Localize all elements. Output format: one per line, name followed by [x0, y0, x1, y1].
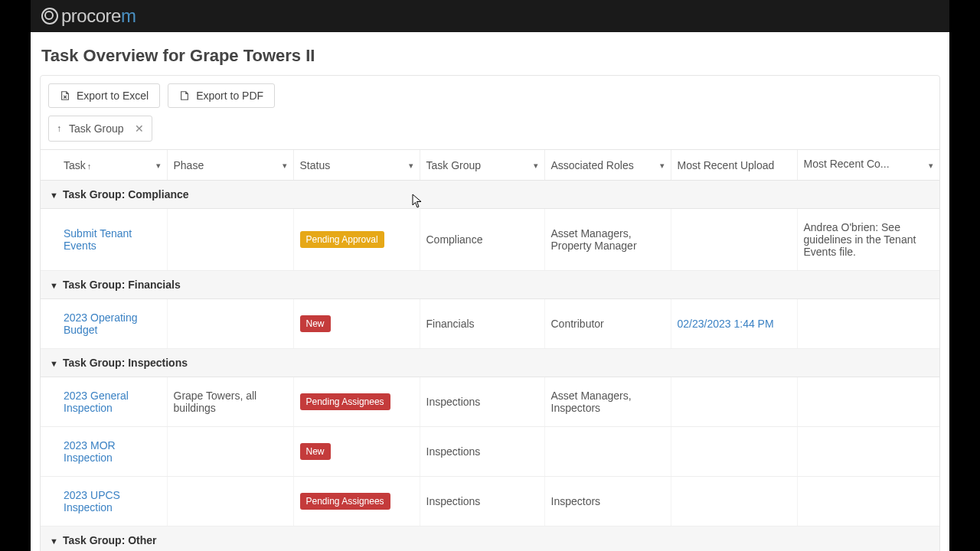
- cell-phase: [167, 427, 293, 477]
- group-title: Task Group: Inspections: [63, 357, 188, 369]
- export-toolbar: Export to Excel Export to PDF: [41, 76, 939, 116]
- export-pdf-icon: [179, 90, 190, 101]
- group-title: Task Group: Financials: [63, 279, 181, 291]
- group-row[interactable]: ▼Task Group: Compliance: [41, 181, 939, 209]
- column-header-task[interactable]: Task↑ ▾: [41, 150, 167, 181]
- column-header-task-label: Task: [64, 159, 86, 171]
- cell-phase: [167, 477, 293, 527]
- sort-asc-icon: ↑: [57, 123, 61, 134]
- close-icon[interactable]: ✕: [135, 122, 144, 135]
- export-excel-icon: [60, 90, 70, 101]
- cell-task-group: Inspections: [420, 377, 544, 427]
- export-excel-label: Export to Excel: [77, 90, 149, 102]
- group-chip-task-group[interactable]: ↑ Task Group ✕: [48, 116, 152, 142]
- cell-status: Pending Assignees: [293, 477, 420, 527]
- cell-task-group: Inspections: [420, 477, 544, 527]
- column-header-status-label: Status: [300, 159, 331, 171]
- chevron-down-icon: ▼: [50, 281, 58, 290]
- column-header-upload[interactable]: Most Recent Upload: [671, 150, 797, 181]
- table-row: 2023 Operating BudgetNewFinancialsContri…: [41, 299, 939, 349]
- column-header-status[interactable]: Status ▾: [293, 150, 420, 181]
- group-chip-label: Task Group: [69, 122, 124, 135]
- task-link[interactable]: Submit Tenant Events: [64, 227, 132, 252]
- status-badge: Pending Assignees: [300, 393, 390, 410]
- cell-upload: [671, 377, 797, 427]
- cell-status: Pending Approval: [293, 209, 420, 271]
- cell-upload: [671, 427, 797, 477]
- cell-roles: Inspectors: [544, 477, 671, 527]
- cell-status: Pending Assignees: [293, 377, 420, 427]
- export-pdf-button[interactable]: Export to PDF: [168, 83, 275, 108]
- task-link[interactable]: 2023 MOR Inspection: [64, 439, 116, 464]
- chevron-down-icon: ▼: [50, 191, 58, 200]
- group-title: Task Group: Compliance: [63, 188, 189, 201]
- table-row: 2023 MOR InspectionNewInspections: [41, 427, 939, 477]
- task-link[interactable]: 2023 Operating Budget: [64, 311, 138, 336]
- status-badge: Pending Assignees: [300, 493, 390, 510]
- sort-asc-icon: ↑: [87, 161, 92, 171]
- cell-phase: Grape Towers, all buildings: [167, 377, 293, 427]
- cell-roles: [544, 427, 671, 477]
- cell-phase: [167, 209, 293, 271]
- cell-comment: [797, 477, 939, 527]
- cell-upload: [671, 209, 797, 271]
- top-bar: procorem: [31, 0, 949, 32]
- column-header-task-group[interactable]: Task Group ▾: [420, 150, 544, 181]
- task-link[interactable]: 2023 UPCS Inspection: [64, 489, 120, 514]
- cell-upload: 02/23/2023 1:44 PM: [671, 299, 797, 349]
- status-badge: Pending Approval: [300, 231, 384, 248]
- cell-task-group: Financials: [420, 299, 544, 349]
- table-row: Submit Tenant EventsPending ApprovalComp…: [41, 209, 939, 271]
- filter-icon[interactable]: ▾: [409, 160, 413, 170]
- table-row: 2023 UPCS InspectionPending AssigneesIns…: [41, 477, 939, 527]
- cell-status: New: [293, 299, 420, 349]
- task-link[interactable]: 2023 General Inspection: [64, 390, 129, 414]
- cell-comment: Andrea O'brien: See guidelines in the Te…: [797, 209, 939, 271]
- group-row[interactable]: ▼Task Group: Inspections: [41, 349, 939, 377]
- cell-roles: Contributor: [544, 299, 671, 349]
- cell-upload: [671, 477, 797, 527]
- export-pdf-label: Export to PDF: [196, 90, 263, 102]
- cell-comment: [797, 299, 939, 349]
- cell-comment: [797, 427, 939, 477]
- filter-icon[interactable]: ▾: [660, 160, 665, 170]
- status-badge: New: [300, 315, 331, 332]
- task-grid-panel: Export to Excel Export to PDF ↑ Task Gro…: [40, 75, 940, 551]
- brand-logo[interactable]: procorem: [41, 5, 136, 27]
- filter-icon[interactable]: ▾: [156, 160, 161, 170]
- column-header-roles[interactable]: Associated Roles ▾: [544, 150, 671, 181]
- grouping-row: ↑ Task Group ✕: [41, 116, 939, 149]
- cell-status: New: [293, 427, 420, 477]
- cell-phase: [167, 299, 293, 349]
- group-row[interactable]: ▼Task Group: Financials: [41, 271, 939, 299]
- cell-task-group: Inspections: [420, 427, 544, 477]
- column-header-task-group-label: Task Group: [426, 159, 482, 171]
- status-badge: New: [300, 443, 331, 460]
- logo-mark-icon: [41, 8, 58, 24]
- column-header-phase[interactable]: Phase ▾: [167, 150, 293, 181]
- filter-icon[interactable]: ▾: [283, 160, 287, 170]
- table-row: 2023 General InspectionGrape Towers, all…: [41, 377, 939, 427]
- chevron-down-icon: ▼: [50, 536, 58, 546]
- upload-link[interactable]: 02/23/2023 1:44 PM: [678, 318, 774, 330]
- export-excel-button[interactable]: Export to Excel: [48, 83, 160, 108]
- page-title: Task Overview for Grape Towers II: [31, 32, 949, 75]
- cell-task-group: Compliance: [420, 209, 544, 271]
- chevron-down-icon: ▼: [50, 359, 58, 368]
- cell-comment: [797, 377, 939, 427]
- column-header-phase-label: Phase: [174, 159, 204, 171]
- column-header-roles-label: Associated Roles: [551, 159, 634, 171]
- filter-icon[interactable]: ▾: [534, 160, 538, 170]
- column-header-comment[interactable]: Most Recent Co... ▾: [797, 150, 939, 181]
- cell-roles: Asset Managers, Inspectors: [544, 377, 671, 427]
- group-title: Task Group: Other: [63, 534, 157, 546]
- group-row[interactable]: ▼Task Group: Other: [41, 527, 939, 552]
- column-header-comment-label: Most Recent Co...: [804, 158, 890, 170]
- column-header-upload-label: Most Recent Upload: [678, 159, 775, 171]
- task-grid: Task↑ ▾ Phase ▾ Status ▾ Task Group: [41, 149, 939, 551]
- brand-name: procorem: [61, 5, 136, 27]
- filter-icon[interactable]: ▾: [929, 160, 933, 170]
- cell-roles: Asset Managers, Property Manager: [544, 209, 671, 271]
